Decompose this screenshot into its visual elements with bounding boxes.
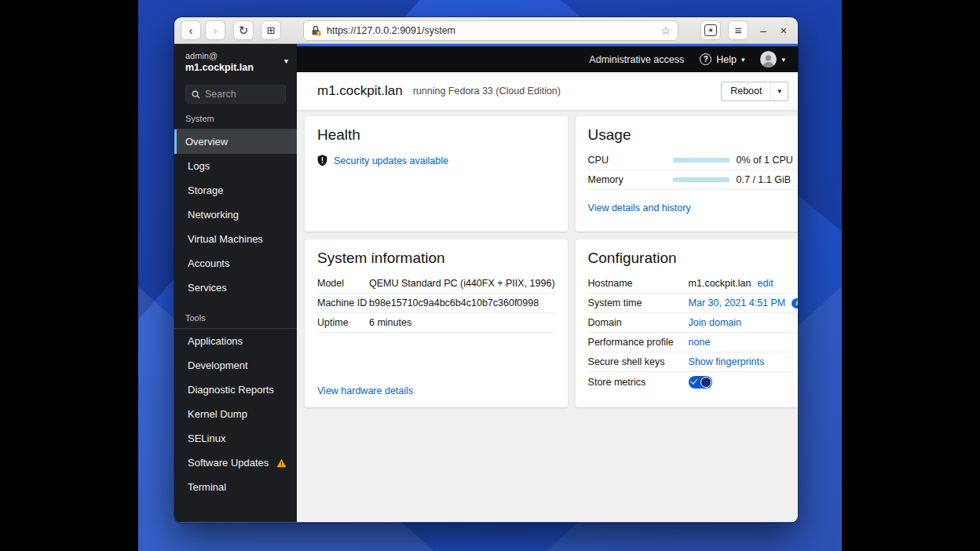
- sidebar-item-services[interactable]: Services: [174, 276, 297, 300]
- sidebar-item-development[interactable]: Development: [174, 353, 297, 378]
- nav-section-title: Tools: [174, 312, 297, 329]
- sidebar-item-networking[interactable]: Networking: [174, 203, 297, 227]
- security-shield-icon: [317, 155, 327, 166]
- info-icon[interactable]: i: [792, 298, 798, 308]
- card-title: Health: [317, 126, 555, 144]
- sidebar-item-selinux[interactable]: SELinux: [174, 426, 297, 451]
- info-value: 6 minutes: [369, 317, 411, 328]
- nav-section-tools: Tools Applications Development Diagnosti…: [174, 312, 297, 499]
- store-metrics-toggle[interactable]: [689, 376, 712, 389]
- chevron-down-icon: ▾: [781, 56, 785, 64]
- info-row-model: Model QEMU Standard PC (i440FX + PIIX, 1…: [317, 274, 555, 294]
- sidebar-item-applications[interactable]: Applications: [174, 329, 297, 353]
- sidebar-item-overview[interactable]: Overview: [174, 130, 297, 154]
- sidebar-item-accounts[interactable]: Accounts: [174, 251, 297, 276]
- page-title: m1.cockpit.lan: [317, 83, 403, 99]
- sidebar-item-virtual-machines[interactable]: Virtual Machines: [174, 227, 297, 251]
- usage-label: Memory: [588, 174, 673, 185]
- config-label: Secure shell keys: [588, 356, 689, 367]
- config-row-performance-profile: Performance profile none: [588, 333, 798, 352]
- usage-value: 0% of 1 CPU: [737, 155, 793, 166]
- show-fingerprints-link[interactable]: Show fingerprints: [689, 356, 765, 367]
- health-card: Health Security updates available: [305, 116, 568, 232]
- help-menu[interactable]: ? Help ▾: [700, 53, 744, 65]
- card-title: Configuration: [588, 250, 798, 267]
- sidebar-item-label: Software Updates: [188, 457, 269, 469]
- view-details-history-link[interactable]: View details and history: [588, 203, 798, 213]
- performance-profile-link[interactable]: none: [689, 337, 711, 348]
- usage-card: Usage CPU 0% of 1 CPU Memory 0.7 / 1.: [576, 116, 798, 232]
- sidebar-item-label: Virtual Machines: [188, 233, 263, 245]
- warning-icon: [276, 458, 287, 468]
- sidebar-item-software-updates[interactable]: Software Updates: [174, 451, 297, 475]
- system-information-card: System information Model QEMU Standard P…: [305, 239, 568, 407]
- sidebar: admin@ m1.cockpit.lan ▾ System Overview …: [174, 44, 297, 522]
- search-input[interactable]: [205, 89, 276, 100]
- sidebar-item-kernel-dump[interactable]: Kernel Dump: [174, 402, 297, 426]
- tab-overview-icon: ★: [704, 24, 717, 36]
- system-time-link[interactable]: Mar 30, 2021 4:51 PM: [689, 297, 786, 308]
- usage-label: CPU: [588, 155, 673, 166]
- sidebar-item-label: Networking: [188, 209, 239, 221]
- nav-section-title: System: [174, 112, 297, 130]
- config-label: Store metrics: [588, 377, 689, 388]
- reboot-caret-button[interactable]: ▾: [770, 82, 788, 100]
- url-bar[interactable]: https://127.0.0.2:9091/system ☆: [303, 20, 678, 41]
- config-label: System time: [588, 297, 689, 308]
- reboot-label: Reboot: [722, 82, 770, 100]
- main-area: Administrative access ? Help ▾ ▾: [297, 44, 798, 522]
- info-label: Machine ID: [317, 297, 369, 308]
- avatar: [760, 51, 777, 68]
- host-name: m1.cockpit.lan: [185, 62, 286, 73]
- sidebar-item-label: Kernel Dump: [188, 408, 247, 420]
- card-title: System information: [317, 250, 555, 267]
- check-icon: [690, 377, 697, 384]
- info-label: Model: [317, 278, 369, 289]
- security-updates-link[interactable]: Security updates available: [334, 155, 448, 166]
- tab-overview-button[interactable]: ★: [700, 20, 721, 40]
- bookmark-star-icon[interactable]: ☆: [660, 24, 671, 37]
- cpu-progress-bar: [673, 158, 730, 162]
- chevron-down-icon: ▾: [741, 56, 745, 64]
- host-switcher[interactable]: admin@ m1.cockpit.lan ▾: [174, 44, 297, 78]
- url-text: https://127.0.0.2:9091/system: [327, 25, 655, 36]
- browser-window: ‹ › ↻ ⊞ https://127.0.0.2:9091/system ☆ …: [174, 17, 798, 523]
- sidebar-item-terminal[interactable]: Terminal: [174, 475, 297, 499]
- info-row-uptime: Uptime 6 minutes: [317, 313, 555, 333]
- menu-button[interactable]: ≡: [728, 20, 748, 40]
- back-button[interactable]: ‹: [181, 20, 201, 40]
- hostname-edit-link[interactable]: edit: [757, 278, 773, 289]
- sidebar-item-diagnostic-reports[interactable]: Diagnostic Reports: [174, 378, 297, 402]
- config-label: Performance profile: [588, 337, 689, 348]
- administrative-access-button[interactable]: Administrative access: [589, 54, 684, 65]
- sidebar-item-logs[interactable]: Logs: [174, 154, 297, 178]
- help-icon: ?: [700, 53, 711, 65]
- config-row-domain: Domain Join domain: [588, 313, 798, 333]
- new-tab-button[interactable]: ⊞: [261, 20, 281, 40]
- refresh-button[interactable]: ↻: [233, 20, 254, 40]
- forward-button[interactable]: ›: [205, 20, 225, 40]
- view-hardware-details-link[interactable]: View hardware details: [317, 385, 555, 396]
- memory-progress-bar: [673, 177, 730, 182]
- user-name: admin@: [185, 51, 286, 60]
- info-value: b98e15710c9a4bc6b4c10b7c360f0998: [369, 297, 539, 308]
- config-row-secure-shell-keys: Secure shell keys Show fingerprints: [588, 352, 798, 372]
- help-label: Help: [716, 54, 737, 65]
- usage-value: 0.7 / 1.1 GiB: [737, 174, 791, 185]
- sidebar-item-label: Overview: [185, 136, 228, 148]
- minimize-button[interactable]: –: [760, 25, 766, 36]
- info-row-machine-id: Machine ID b98e15710c9a4bc6b4c10b7c360f0…: [317, 294, 555, 313]
- forward-icon: ›: [214, 24, 218, 36]
- reboot-button[interactable]: Reboot ▾: [721, 82, 788, 101]
- sidebar-item-storage[interactable]: Storage: [174, 178, 297, 203]
- sidebar-item-label: Terminal: [188, 481, 226, 493]
- sidebar-search[interactable]: [185, 85, 286, 104]
- cockpit-app: admin@ m1.cockpit.lan ▾ System Overview …: [174, 44, 798, 522]
- page-header: m1.cockpit.lan running Fedora 33 (Cloud …: [297, 72, 798, 110]
- config-row-system-time: System time Mar 30, 2021 4:51 PM i: [588, 294, 798, 313]
- close-button[interactable]: ×: [781, 25, 787, 36]
- card-title: Usage: [588, 126, 798, 144]
- join-domain-link[interactable]: Join domain: [689, 317, 741, 328]
- user-menu[interactable]: ▾: [760, 51, 785, 68]
- chevron-down-icon: ▾: [777, 87, 781, 95]
